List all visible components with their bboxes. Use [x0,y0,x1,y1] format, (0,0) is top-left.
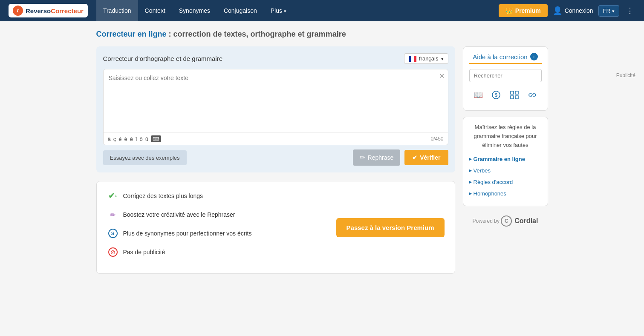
grammar-link-1[interactable]: Grammaire en ligne [469,154,542,165]
crown-icon: 👑 [505,7,513,14]
nav-plus[interactable]: Plus [264,0,293,21]
logo-icon: r [13,6,23,16]
action-buttons: Essayez avec des exemples ✏ Rephrase ✔ V… [103,149,448,166]
grammar-link-3[interactable]: Règles d'accord [469,177,542,188]
svg-rect-3 [515,91,518,94]
special-char-e-acute[interactable]: é [118,136,121,142]
clear-button[interactable]: ✕ [439,73,445,80]
grammar-box: Maîtrisez les règles de la grammaire fra… [463,117,548,206]
svg-rect-5 [515,96,518,99]
aide-icons: 📖 $ [469,87,542,103]
promo-box: ✔+ Corrigez des textes plus longs ✏ Boos… [96,181,455,274]
aide-icon-book[interactable]: 📖 [471,87,486,103]
ad-label: Publicité [616,72,635,78]
premium-cta-button[interactable]: Passez à la version Premium [336,218,445,237]
aide-icon-grid[interactable] [507,87,522,103]
lang-dropdown-chevron-icon [441,55,444,62]
language-selector[interactable]: FR [598,5,619,17]
svg-text:$: $ [495,92,497,98]
aide-icon-dollar[interactable]: $ [488,87,504,103]
page-wrapper: Correcteur en ligne : correction de text… [96,30,548,274]
promo-feature-4: ⊘ Pas de publicité [107,246,328,258]
language-dropdown[interactable]: français [404,53,448,64]
navbar: r ReversoCorrecteur Traduction Context S… [0,0,644,21]
nav-context[interactable]: Context [138,0,172,21]
grammar-link-4[interactable]: Homophones [469,188,542,200]
logo[interactable]: r ReversoCorrecteur [9,4,88,17]
page-title: Correcteur en ligne : correction de text… [96,30,548,39]
nav-right: 👑 Premium 👤 Connexion FR ⋮ [499,4,635,17]
logo-text: ReversoCorrecteur [26,7,84,14]
lang-chevron-icon [612,8,615,14]
check-icon: ✔ [412,154,417,161]
special-char-u[interactable]: û [145,136,148,142]
info-icon[interactable]: i [530,53,538,60]
rephrase-icon: ✏ [360,154,365,161]
corrector-header: Correcteur d'orthographe et de grammaire… [103,53,448,64]
char-count: 0/450 [430,136,443,142]
verify-button[interactable]: ✔ Vérifier [404,150,448,165]
aide-box: Aide à la correction i 📖 $ [463,46,548,111]
feature-icon-rephrase: ✏ [107,209,119,221]
content-row: Correcteur d'orthographe et de grammaire… [96,46,548,274]
promo-feature-3: S Plus de synonymes pour perfectionner v… [107,227,328,239]
left-panel: Correcteur d'orthographe et de grammaire… [96,46,455,274]
plus-chevron-icon [284,7,286,14]
feature-icon-synonymes: S [107,227,119,239]
promo-features: ✔+ Corrigez des textes plus longs ✏ Boos… [107,190,328,265]
cordial-logo: C Cordial [501,215,538,227]
special-char-e-grave[interactable]: è [124,136,127,142]
promo-cta: Passez à la version Premium [336,218,445,237]
grammar-links: Grammaire en ligne Verbes Règles d'accor… [469,154,542,199]
right-panel: Aide à la correction i 📖 $ [463,46,548,230]
search-input[interactable] [469,69,542,82]
promo-feature-2: ✏ Boostez votre créativité avec le Rephr… [107,209,328,221]
keyboard-icon[interactable] [151,135,161,142]
aide-icon-link[interactable] [525,87,540,103]
connexion-button[interactable]: 👤 Connexion [553,6,593,15]
nav-links: Traduction Context Synonymes Conjugaison… [96,0,499,21]
feature-icon-noad: ⊘ [107,246,119,258]
flag-icon [409,56,416,62]
corrector-box: Correcteur d'orthographe et de grammaire… [96,46,455,172]
special-char-c[interactable]: ç [113,136,116,142]
premium-button[interactable]: 👑 Premium [499,4,548,17]
user-icon: 👤 [553,6,562,15]
cordial-box: Powered by C Cordial [463,212,548,230]
aide-header: Aide à la correction i [469,53,542,64]
more-button[interactable]: ⋮ [624,4,635,17]
cordial-logo-icon: C [501,215,512,227]
special-chars: à ç é è ê î ô û [108,135,162,142]
special-char-e-circ[interactable]: ê [130,136,133,142]
text-input[interactable] [104,69,448,131]
nav-traduction[interactable]: Traduction [96,0,138,21]
special-char-o[interactable]: ô [140,136,143,142]
textarea-footer: à ç é è ê î ô û 0/450 [104,132,448,145]
nav-conjugaison[interactable]: Conjugaison [217,0,264,21]
grammar-link-2[interactable]: Verbes [469,165,542,177]
grammar-description: Maîtrisez les règles de la grammaire fra… [469,123,542,149]
svg-rect-4 [511,96,514,99]
rephrase-button[interactable]: ✏ Rephrase [353,149,401,166]
main-content: Correcteur en ligne : correction de text… [88,21,557,282]
feature-icon-checkplus: ✔+ [107,190,119,202]
example-button[interactable]: Essayez avec des exemples [103,150,187,165]
special-char-i[interactable]: î [136,136,137,142]
promo-feature-1: ✔+ Corrigez des textes plus longs [107,190,328,202]
svg-rect-2 [511,91,514,94]
special-char-a[interactable]: à [108,136,111,142]
textarea-wrapper: ✕ à ç é è ê î ô û [103,69,448,145]
nav-synonymes[interactable]: Synonymes [172,0,217,21]
corrector-title: Correcteur d'orthographe et de grammaire [103,55,223,62]
